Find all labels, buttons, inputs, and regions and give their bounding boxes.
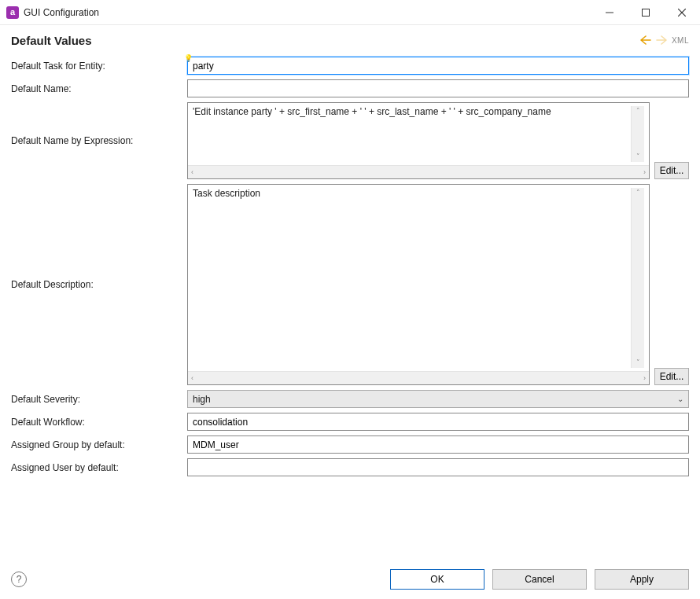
default-name-by-expression-textarea[interactable]: 'Edit instance party ' + src_first_name … [193,106,631,162]
label-default-name-by-expression: Default Name by Expression: [11,135,187,146]
lightbulb-icon: 💡 [184,54,193,62]
label-default-description: Default Description: [11,279,187,290]
label-assigned-group-by-default: Assigned Group by default: [11,439,187,450]
back-arrow-icon[interactable] [639,33,653,47]
default-name-input[interactable] [187,79,689,97]
window-controls [591,0,700,24]
default-description-textarea[interactable]: Task description [193,188,631,368]
edit-expression-button[interactable]: Edit... [654,162,689,179]
horizontal-scrollbar[interactable]: ‹ › [188,371,649,384]
svg-rect-1 [643,9,650,16]
help-icon[interactable]: ? [11,571,27,587]
assigned-user-input[interactable] [187,458,689,476]
scroll-down-icon[interactable]: ˅ [633,152,643,162]
label-default-severity: Default Severity: [11,394,187,405]
minimize-button[interactable] [591,0,628,24]
vertical-scrollbar[interactable]: ˄ ˅ [631,188,644,368]
scroll-up-icon[interactable]: ˄ [633,188,643,198]
vertical-scrollbar[interactable]: ˄ ˅ [631,106,644,162]
page-header: Default Values XML [0,25,700,53]
scroll-left-icon[interactable]: ‹ [188,373,197,384]
assigned-group-input[interactable] [187,435,689,454]
default-workflow-input[interactable] [187,413,689,431]
label-assigned-user-by-default: Assigned User by default: [11,462,187,473]
label-default-task-for-entity: Default Task for Entity: [11,61,187,72]
default-severity-value: high [193,394,211,405]
label-default-name: Default Name: [11,83,187,94]
xml-source-button[interactable]: XML [672,36,689,45]
edit-description-button[interactable]: Edit... [654,368,689,385]
horizontal-scrollbar[interactable]: ‹ › [188,165,649,178]
cancel-button[interactable]: Cancel [492,569,587,590]
apply-button[interactable]: Apply [595,569,689,590]
page-title: Default Values [11,34,92,47]
scroll-right-icon[interactable]: › [640,373,649,384]
label-default-workflow: Default Workflow: [11,417,187,428]
scroll-down-icon[interactable]: ˅ [633,358,643,368]
scroll-up-icon[interactable]: ˄ [633,106,643,116]
titlebar: a GUI Configuration [0,0,700,25]
chevron-down-icon: ⌄ [677,395,683,403]
default-task-for-entity-input[interactable] [187,57,689,75]
app-icon: a [6,6,19,19]
default-severity-select[interactable]: high ⌄ [187,390,689,408]
form: Default Task for Entity: 💡 Default Name:… [0,53,700,476]
close-button[interactable] [664,0,700,24]
scroll-left-icon[interactable]: ‹ [188,167,197,178]
dialog-footer: ? OK Cancel Apply [0,569,700,590]
ok-button[interactable]: OK [390,569,484,590]
forward-arrow-icon[interactable] [654,33,669,47]
window-title: GUI Configuration [24,7,99,18]
scroll-right-icon[interactable]: › [640,167,649,178]
maximize-button[interactable] [628,0,664,24]
